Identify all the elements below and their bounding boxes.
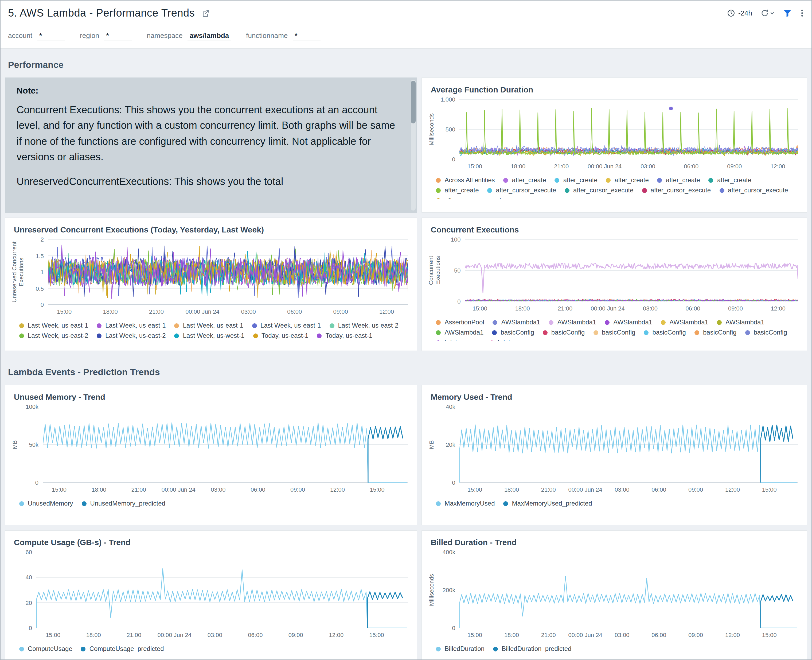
prediction-row-2: Compute Usage (GB-s) - Trend 604020015:0… bbox=[0, 530, 812, 660]
legend-item[interactable]: basicConfig bbox=[695, 328, 736, 336]
chart-canvas bbox=[48, 240, 408, 305]
filter-account: account * bbox=[8, 31, 65, 41]
y-axis-ticks: 400k200k0 bbox=[437, 552, 460, 628]
legend-item[interactable]: MaxMemoryUsed bbox=[436, 500, 495, 507]
legend-swatch bbox=[493, 646, 498, 651]
legend-item[interactable]: after_cursor_execute bbox=[488, 187, 556, 194]
scrollbar-thumb[interactable] bbox=[411, 81, 416, 124]
panel-title: Unreserved Concurrent Executions (Today,… bbox=[5, 218, 417, 235]
plot-area[interactable] bbox=[36, 552, 408, 628]
filter-region-input[interactable]: * bbox=[104, 31, 132, 41]
legend-item[interactable]: after_cursor_execute bbox=[719, 187, 788, 194]
legend-label: ComputeUsage_predicted bbox=[89, 645, 164, 652]
chart-canvas bbox=[460, 99, 798, 159]
refresh-button[interactable] bbox=[761, 9, 775, 17]
legend-item[interactable]: basicConfig bbox=[593, 328, 635, 336]
legend-item[interactable]: basicConfig bbox=[543, 328, 585, 336]
y-tick-label: 60 bbox=[25, 549, 32, 555]
legend-item[interactable]: Today, us-east-1 bbox=[317, 332, 373, 340]
legend-item[interactable]: bdate_range bbox=[489, 339, 534, 341]
legend-item[interactable]: BilledDuration_predicted bbox=[493, 645, 571, 652]
x-tick-label: 06:00 bbox=[685, 305, 700, 312]
plot-area[interactable] bbox=[460, 99, 798, 159]
legend-swatch bbox=[329, 323, 334, 328]
x-tick-label: 03:00 bbox=[211, 486, 225, 493]
y-axis-ticks: 100500 bbox=[443, 240, 465, 301]
legend-item[interactable]: after_create bbox=[555, 176, 598, 184]
x-tick-label: 21:00 bbox=[127, 631, 141, 638]
legend-item[interactable]: Last Week, us-east-1 bbox=[174, 322, 243, 329]
x-axis-ticks: 15:0018:0021:0000:00 Jun 2403:0006:0009:… bbox=[465, 301, 798, 313]
legend-label: after_create bbox=[615, 176, 649, 184]
legend-item[interactable]: ComputeUsage_predicted bbox=[81, 645, 164, 652]
legend-item[interactable]: UnusedMemory_predicted bbox=[81, 500, 165, 507]
legend-item[interactable]: BilledDuration bbox=[436, 645, 484, 652]
legend-label: UnusedMemory bbox=[28, 500, 73, 507]
filter-account-input[interactable]: * bbox=[37, 31, 65, 41]
legend-item[interactable]: Today, us-east-1 bbox=[253, 332, 309, 340]
y-axis-ticks: 21.510.50 bbox=[25, 240, 48, 305]
legend-item[interactable]: Last Week, us-east-2 bbox=[19, 332, 88, 340]
legend-item[interactable]: AWSlambda1 bbox=[717, 319, 765, 326]
legend-label: Last Week, us-east-1 bbox=[260, 322, 321, 329]
legend-item[interactable]: Last Week, us-east-2 bbox=[97, 332, 166, 340]
legend-item[interactable]: after_create bbox=[436, 187, 479, 194]
x-tick-label: 00:00 Jun 24 bbox=[185, 308, 219, 315]
chart-concurrent-executions: Concurrent Executions10050015:0018:0021:… bbox=[422, 235, 807, 341]
kebab-menu-icon[interactable] bbox=[800, 8, 804, 17]
legend-item[interactable]: after_cursor_execute bbox=[565, 187, 633, 194]
scrollbar-track[interactable] bbox=[411, 79, 416, 211]
filter-namespace-input[interactable]: aws/lambda bbox=[187, 31, 231, 41]
chart-canvas bbox=[460, 552, 798, 628]
legend-item[interactable]: basicConfig bbox=[745, 328, 787, 336]
legend-label: Today, us-east-1 bbox=[261, 332, 309, 340]
x-axis-ticks: 15:0018:0021:0000:00 Jun 2403:0006:0009:… bbox=[36, 628, 408, 640]
legend-item[interactable]: after_create bbox=[709, 176, 751, 184]
legend-item[interactable]: AWSlambda1 bbox=[605, 319, 652, 326]
legend-item[interactable]: after_create bbox=[606, 176, 649, 184]
legend-item[interactable]: basicConfig bbox=[644, 328, 686, 336]
legend-item[interactable]: Last Week, us-east-1 bbox=[97, 322, 166, 329]
legend-item[interactable]: Last Week, us-east-1 bbox=[252, 322, 321, 329]
legend-item[interactable]: UnusedMemory bbox=[19, 500, 73, 507]
plot-area[interactable] bbox=[465, 240, 798, 301]
legend-item[interactable]: after_cursor_execute bbox=[436, 197, 505, 199]
legend-label: basicConfig bbox=[753, 328, 787, 336]
legend-item[interactable]: bdate_range bbox=[436, 339, 481, 341]
x-tick-label: 00:00 Jun 24 bbox=[588, 163, 622, 170]
time-range-button[interactable]: -24h bbox=[727, 9, 752, 17]
legend-item[interactable]: ComputeUsage bbox=[19, 645, 73, 652]
plot-area[interactable] bbox=[460, 552, 798, 628]
legend-item[interactable]: after_cursor_execute bbox=[642, 187, 711, 194]
legend-item[interactable]: Last Week, us-west-1 bbox=[174, 332, 244, 340]
legend-swatch bbox=[555, 178, 560, 182]
legend-item[interactable]: after_create bbox=[657, 176, 700, 184]
legend-item[interactable]: AWSlambda1 bbox=[549, 319, 596, 326]
legend-item[interactable]: AssertionPool bbox=[436, 319, 484, 326]
x-tick-label: 03:00 bbox=[643, 305, 658, 312]
share-icon[interactable] bbox=[201, 9, 210, 17]
filter-account-label: account bbox=[8, 32, 32, 40]
legend-swatch bbox=[661, 320, 666, 325]
legend-item[interactable]: Last Week, us-east-2 bbox=[329, 322, 398, 329]
legend-item[interactable]: AWSlambda1 bbox=[493, 319, 540, 326]
plot-area[interactable] bbox=[48, 240, 408, 305]
chart-unreserved-concurrent-executions: Unreserved Concurrent Executions21.510.5… bbox=[5, 235, 417, 340]
legend-item[interactable]: AWSlambda1 bbox=[436, 328, 484, 336]
legend-item[interactable]: Across All entities bbox=[436, 176, 495, 184]
legend-item[interactable]: AWSlambda1 bbox=[661, 319, 708, 326]
x-tick-label: 09:00 bbox=[727, 163, 742, 170]
legend-item[interactable]: MaxMemoryUsed_predicted bbox=[503, 500, 592, 507]
filter-toggle-button[interactable] bbox=[783, 9, 792, 17]
y-tick-label: 40 bbox=[25, 574, 32, 581]
legend-item[interactable]: basicConfig bbox=[492, 328, 534, 336]
legend-item[interactable]: Last Week, us-east-1 bbox=[19, 322, 88, 329]
filter-functionname-input[interactable]: * bbox=[293, 31, 320, 41]
plot-area[interactable] bbox=[460, 407, 798, 482]
x-tick-label: 06:00 bbox=[248, 631, 263, 638]
legend-label: after_create bbox=[563, 176, 598, 184]
legend-swatch bbox=[436, 320, 441, 325]
legend-item[interactable]: after_create bbox=[503, 176, 546, 184]
plot-area[interactable] bbox=[43, 407, 408, 482]
y-tick-label: 0.5 bbox=[35, 285, 44, 292]
